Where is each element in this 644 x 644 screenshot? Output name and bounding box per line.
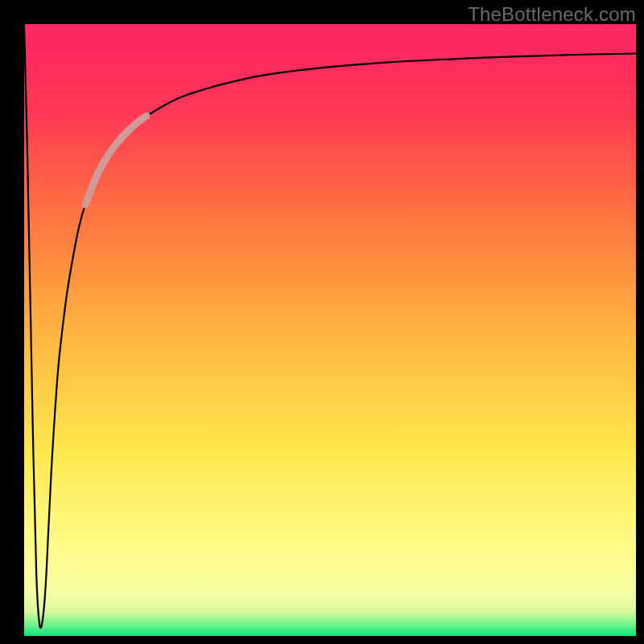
chart-frame: TheBottleneck.com [0, 0, 644, 644]
bottleneck-curve-path [24, 24, 636, 628]
watermark-text: TheBottleneck.com [468, 3, 636, 26]
plot-area [24, 24, 636, 636]
curve-highlight-path [85, 116, 147, 204]
curve-layer [24, 24, 636, 636]
